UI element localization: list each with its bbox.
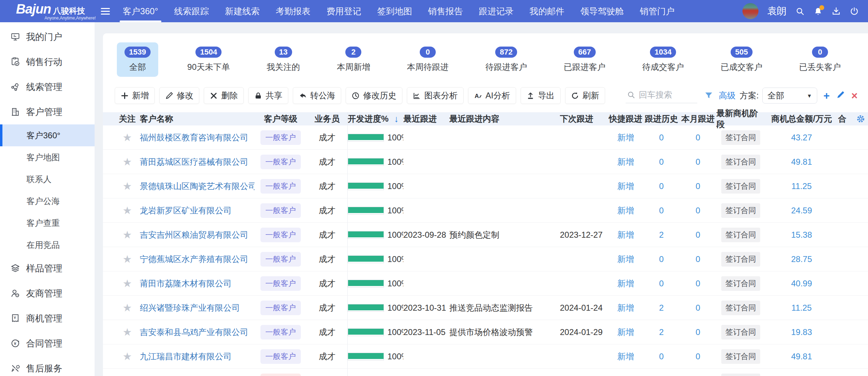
hamburger-menu-icon[interactable] [101, 8, 110, 15]
nav-tab-跟进记录[interactable]: 跟进记录 [471, 0, 522, 22]
nav-tab-考勤报表[interactable]: 考勤报表 [268, 0, 319, 22]
toolbar-button-新增[interactable]: 新增 [115, 87, 155, 104]
nav-tab-我的邮件[interactable]: 我的邮件 [522, 0, 572, 22]
star-icon[interactable]: ★ [123, 302, 132, 314]
sidebar-subitem-联系人[interactable]: 联系人 [0, 168, 95, 190]
amount-link[interactable]: 15.38 [791, 230, 812, 240]
star-icon[interactable]: ★ [123, 180, 132, 192]
star-icon[interactable]: ★ [123, 229, 132, 241]
amount-link[interactable]: 11.25 [791, 181, 812, 191]
star-icon[interactable]: ★ [123, 131, 132, 144]
sidebar-subitem-客户公海[interactable]: 客户公海 [0, 190, 95, 212]
star-icon[interactable]: ★ [123, 156, 132, 168]
col-salesman[interactable]: 业务员 [307, 112, 348, 125]
advanced-filter-link[interactable]: 高级 [719, 90, 736, 101]
nav-tab-销售报告[interactable]: 销售报告 [420, 0, 471, 22]
sidebar-subitem-在用竞品[interactable]: 在用竞品 [0, 234, 95, 256]
edit-plan-icon[interactable] [836, 90, 845, 101]
toolbar-button-删除[interactable]: 删除 [204, 87, 244, 104]
bell-icon[interactable] [813, 7, 823, 16]
table-row[interactable]: ★ 吉安泰和县乌鸡产业有限公司 一般客户 成才 100% 2023-11-05 … [103, 320, 868, 344]
month-follow-count[interactable]: 0 [696, 230, 700, 240]
nav-tab-客户360°[interactable]: 客户360° [115, 0, 166, 22]
amount-link[interactable]: 49.81 [791, 352, 812, 361]
sidebar-subitem-客户地图[interactable]: 客户地图 [0, 146, 95, 168]
nav-tab-销管门户[interactable]: 销管门户 [632, 0, 683, 22]
star-icon[interactable]: ★ [123, 204, 132, 216]
quick-follow-link[interactable]: 新增 [617, 302, 634, 313]
follow-history-count[interactable]: 0 [659, 157, 664, 167]
toolbar-button-导出[interactable]: 导出 [521, 87, 561, 104]
customer-name-link[interactable]: 吉安泰和县乌鸡产业有限公司 [140, 327, 248, 338]
amount-link[interactable]: 19.83 [791, 327, 812, 337]
nav-tab-签到地图[interactable]: 签到地图 [369, 0, 420, 22]
stat-item-90天未下单[interactable]: 1504 90天未下单 [180, 42, 238, 77]
column-settings-gear-icon[interactable] [855, 114, 866, 124]
quick-follow-link[interactable]: 新增 [617, 254, 634, 265]
month-follow-count[interactable]: 0 [696, 157, 700, 167]
col-month-follow[interactable]: 本月跟进 [680, 113, 716, 124]
quick-follow-link[interactable]: 新增 [617, 181, 634, 192]
toolbar-button-共享[interactable]: 共享 [248, 87, 288, 104]
sidebar-item-线索管理[interactable]: 线索管理 [0, 74, 95, 99]
toolbar-button-修改[interactable]: 修改 [159, 87, 199, 104]
month-follow-count[interactable]: 0 [696, 327, 700, 337]
month-follow-count[interactable]: 0 [696, 133, 700, 142]
sort-desc-icon[interactable]: ↓ [394, 114, 399, 124]
star-icon[interactable]: ★ [123, 375, 132, 376]
table-row[interactable]: ★ 绍兴诸暨珍珠产业有限公司 一般客户 成才 100% 2023-10-31 推… [103, 296, 868, 320]
follow-history-count[interactable]: 2 [659, 230, 664, 240]
table-row[interactable]: ★ 宁德蕉城区水产养殖有限公司 一般客户 成才 100% 新增 0 0 签订合同… [103, 247, 868, 271]
amount-link[interactable]: 43.27 [791, 133, 812, 142]
customer-name-link[interactable]: 福州鼓楼区教育咨询有限公司 [140, 132, 248, 143]
customer-name-link[interactable]: 龙岩新罗区矿业有限公司 [140, 205, 232, 216]
quick-follow-link[interactable]: 新增 [617, 229, 634, 240]
star-icon[interactable]: ★ [123, 326, 132, 338]
amount-link[interactable]: 11.25 [791, 303, 812, 313]
stat-item-待跟进客户[interactable]: 872 待跟进客户 [478, 42, 535, 77]
toolbar-button-刷新[interactable]: 刷新 [565, 87, 605, 104]
follow-history-count[interactable]: 2 [659, 327, 664, 337]
sidebar-item-我的门户[interactable]: 我的门户 [0, 24, 95, 49]
toolbar-button-图表分析[interactable]: 图表分析 [407, 87, 464, 104]
customer-name-link[interactable]: 宁德蕉城区水产养殖有限公司 [140, 254, 248, 265]
stat-item-已成交客户[interactable]: 505 已成交客户 [713, 42, 770, 77]
clear-plan-icon[interactable]: × [851, 90, 858, 101]
search-input[interactable] [638, 90, 694, 100]
col-stage[interactable]: 最新商机阶段 [716, 108, 765, 130]
sidebar-subitem-客户查重[interactable]: 客户查重 [0, 212, 95, 234]
download-icon[interactable] [831, 7, 841, 16]
quick-follow-link[interactable]: 新增 [617, 327, 634, 338]
stat-item-已跟进客户[interactable]: 667 已跟进客户 [556, 42, 613, 77]
table-row[interactable]: ★ 莆田市荔隆木材有限公司 一般客户 成才 100% 新增 0 0 签订合同 4… [103, 271, 868, 296]
sidebar-subitem-客户360°[interactable]: 客户360° [0, 124, 95, 146]
stat-item-已丢失客户[interactable]: 0 已丢失客户 [791, 42, 849, 77]
follow-history-count[interactable]: 0 [659, 206, 664, 215]
col-quick-follow[interactable]: 快捷跟进 [608, 113, 643, 124]
star-icon[interactable]: ★ [123, 350, 132, 362]
quick-follow-link[interactable]: 新增 [617, 278, 634, 289]
table-row[interactable]: ★ 九江瑞昌市建材有限公司 一般客户 成才 100% 新增 0 0 签订合同 4… [103, 344, 868, 369]
sidebar-item-销售行动[interactable]: 销售行动 [0, 49, 95, 74]
month-follow-count[interactable]: 0 [696, 279, 700, 288]
sidebar-item-友商管理[interactable]: VS 友商管理 [0, 281, 95, 306]
table-row[interactable]: ★ 景德镇珠山区陶瓷艺术有限公司 一般客户 成才 100% 新增 0 0 签订合… [103, 174, 868, 198]
stat-item-待成交客户[interactable]: 1034 待成交客户 [635, 42, 692, 77]
month-follow-count[interactable]: 0 [696, 303, 700, 313]
stat-item-本周待跟进[interactable]: 0 本周待跟进 [399, 42, 456, 77]
sidebar-item-样品管理[interactable]: 样品管理 [0, 256, 95, 281]
nav-tab-领导驾驶舱[interactable]: 领导驾驶舱 [572, 0, 632, 22]
customer-name-link[interactable]: 景德镇珠山区陶瓷艺术有限公司 [140, 181, 255, 192]
col-progress[interactable]: 开发进度% ↓ [348, 113, 403, 124]
toolbar-button-转公海[interactable]: 转公海 [293, 87, 341, 104]
customer-name-link[interactable]: 绍兴诸暨珍珠产业有限公司 [140, 302, 240, 313]
toolbar-button-AI分析[interactable]: A AI分析 [468, 87, 516, 104]
stat-item-本周新增[interactable]: 2 本周新增 [329, 42, 378, 77]
nav-tab-新建线索[interactable]: 新建线索 [217, 0, 268, 22]
month-follow-count[interactable]: 0 [696, 206, 700, 215]
table-row[interactable]: ★ 莆田荔城区医疗器械有限公司 一般客户 成才 100% 新增 0 0 签订合同… [103, 150, 868, 174]
nav-tab-线索跟踪[interactable]: 线索跟踪 [166, 0, 217, 22]
add-plan-icon[interactable]: + [823, 90, 830, 101]
customer-name-link[interactable]: 莆田市荔隆木材有限公司 [140, 278, 232, 289]
col-history[interactable]: 跟进历史 [643, 113, 680, 124]
